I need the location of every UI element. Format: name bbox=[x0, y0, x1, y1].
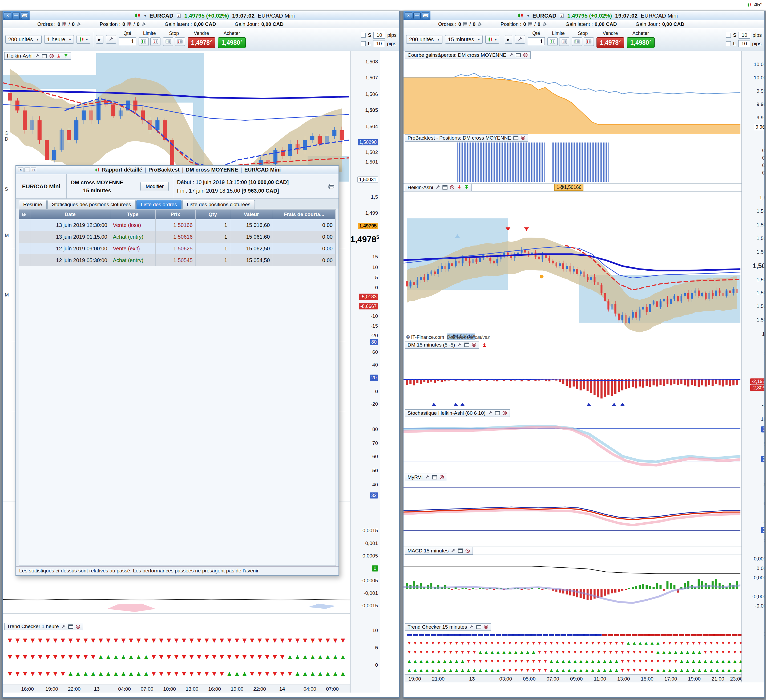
price-axis[interactable]: 1,5081,5071,5061,5051,5041,502901,5021,5… bbox=[350, 51, 380, 692]
close-icon[interactable] bbox=[472, 343, 476, 347]
column-header[interactable]: Date bbox=[30, 210, 110, 219]
limit-buy-button[interactable] bbox=[548, 37, 557, 46]
units-select[interactable]: 200 unités▾ bbox=[406, 35, 442, 44]
minimize-window-button[interactable]: — bbox=[13, 12, 20, 19]
close-window-button[interactable]: × bbox=[4, 12, 11, 19]
close-window-button[interactable]: × bbox=[405, 12, 412, 19]
column-header[interactable]: Valeur bbox=[230, 210, 273, 219]
dialog-close-button[interactable]: × bbox=[18, 167, 24, 172]
orders-list-icon[interactable] bbox=[463, 22, 467, 26]
column-header[interactable]: Qty bbox=[195, 210, 230, 219]
position-list-icon[interactable] bbox=[528, 22, 533, 26]
dialog-maximize-button[interactable]: □ bbox=[31, 167, 36, 172]
close-icon[interactable] bbox=[76, 624, 81, 629]
order-row[interactable]: 13 juin 2019 01:15:00Achat (entry)1,5061… bbox=[19, 231, 336, 243]
window-icon[interactable] bbox=[513, 136, 518, 140]
limit-sell-button[interactable] bbox=[559, 37, 569, 46]
heikin-ashi-chart[interactable] bbox=[404, 191, 741, 341]
close-icon[interactable] bbox=[449, 185, 455, 190]
keyboard-button[interactable] bbox=[422, 12, 429, 19]
stop-pips-input[interactable]: 10 bbox=[374, 32, 385, 39]
sell-button[interactable]: 1,49782 bbox=[188, 37, 215, 48]
timeframe-select[interactable]: 1 heure▾ bbox=[44, 35, 74, 44]
window-icon[interactable] bbox=[442, 185, 448, 190]
wrench-icon[interactable] bbox=[451, 548, 456, 553]
window-icon[interactable] bbox=[458, 548, 463, 553]
wrench-icon[interactable] bbox=[35, 54, 40, 58]
order-row[interactable]: 13 juin 2019 12:30:00Vente (loss)1,50166… bbox=[19, 219, 336, 231]
close-icon[interactable] bbox=[465, 548, 470, 553]
timeframe-select[interactable]: 15 minutes▾ bbox=[445, 35, 483, 44]
position-settings-icon[interactable] bbox=[141, 22, 146, 26]
symbol-label[interactable]: EURCAD bbox=[150, 13, 174, 19]
stop-sell-button[interactable] bbox=[175, 37, 185, 46]
window-icon[interactable] bbox=[495, 411, 500, 415]
wrench-icon[interactable] bbox=[508, 53, 514, 57]
macd-chart[interactable] bbox=[404, 555, 741, 623]
limit-checkbox[interactable] bbox=[726, 41, 731, 46]
price-axis[interactable]: 10 01010 0009 9909 9809 9709 96310,80,60… bbox=[741, 51, 765, 683]
position-settings-icon[interactable] bbox=[542, 22, 547, 26]
keyboard-button[interactable] bbox=[21, 12, 28, 19]
order-row[interactable]: 12 juin 2019 05:30:00Achat (entry)1,5054… bbox=[19, 254, 336, 266]
column-header[interactable]: Frais de courta... bbox=[273, 210, 336, 219]
wrench-button[interactable] bbox=[106, 35, 116, 44]
chart-style-button[interactable]: ▾ bbox=[485, 35, 499, 44]
dialog-tab[interactable]: Résumé bbox=[19, 200, 47, 209]
expand-button[interactable]: ▸ bbox=[96, 35, 103, 44]
stop-pips-input[interactable]: 10 bbox=[739, 32, 750, 39]
limit-checkbox[interactable] bbox=[361, 41, 366, 46]
wrench-icon[interactable] bbox=[469, 625, 474, 629]
close-icon[interactable] bbox=[439, 475, 444, 479]
window-icon[interactable] bbox=[68, 624, 73, 629]
stop-buy-button[interactable] bbox=[572, 37, 582, 46]
units-select[interactable]: 200 unités▾ bbox=[5, 35, 41, 44]
positions-chart[interactable] bbox=[404, 142, 741, 183]
myrvi-chart[interactable] bbox=[404, 481, 741, 547]
wrench-button[interactable] bbox=[515, 35, 525, 44]
orders-list-icon[interactable] bbox=[62, 22, 66, 26]
quantity-input[interactable] bbox=[528, 37, 545, 45]
instrument-dropdown-icon[interactable]: ▾ bbox=[527, 13, 529, 18]
sell-button[interactable]: 1,49782 bbox=[597, 37, 624, 48]
window-icon[interactable] bbox=[464, 343, 469, 347]
stochastic-chart[interactable] bbox=[404, 417, 741, 473]
window-icon[interactable] bbox=[432, 475, 437, 479]
limit-pips-input[interactable]: 10 bbox=[373, 40, 385, 47]
position-list-icon[interactable] bbox=[127, 22, 132, 26]
column-header[interactable]: Prix bbox=[155, 210, 195, 219]
expand-button[interactable]: ▸ bbox=[505, 35, 512, 44]
dialog-tab[interactable]: Statistiques des positions clôturées bbox=[47, 200, 136, 209]
limit-buy-button[interactable] bbox=[139, 37, 149, 46]
wrench-icon[interactable] bbox=[488, 411, 493, 415]
instrument-dropdown-icon[interactable]: ▾ bbox=[144, 13, 146, 18]
limit-sell-button[interactable] bbox=[150, 37, 160, 46]
dialog-minimize-button[interactable]: — bbox=[25, 167, 30, 172]
dialog-tab[interactable]: Liste des ordres bbox=[136, 200, 182, 209]
orders-settings-icon[interactable] bbox=[477, 22, 482, 26]
window-icon[interactable] bbox=[476, 625, 481, 629]
window-icon[interactable] bbox=[516, 53, 521, 57]
limit-pips-input[interactable]: 10 bbox=[738, 40, 750, 47]
print-icon[interactable] bbox=[328, 184, 335, 189]
orders-settings-icon[interactable] bbox=[76, 22, 81, 26]
buy-button[interactable]: 1,49807 bbox=[218, 37, 246, 48]
up-arrow-icon[interactable] bbox=[63, 54, 68, 58]
wrench-icon[interactable] bbox=[61, 624, 66, 629]
symbol-label[interactable]: EURCAD bbox=[533, 13, 557, 19]
minimize-window-button[interactable]: — bbox=[413, 12, 421, 19]
stop-loss-checkbox[interactable] bbox=[361, 33, 366, 38]
up-arrow-icon[interactable] bbox=[464, 185, 469, 190]
column-header[interactable] bbox=[19, 210, 30, 219]
info-icon[interactable]: i bbox=[176, 14, 181, 17]
order-row[interactable]: 12 juin 2019 09:00:00Vente (exit)1,50625… bbox=[19, 243, 336, 254]
window-icon[interactable] bbox=[42, 54, 47, 58]
stop-buy-button[interactable] bbox=[163, 37, 173, 46]
down-arrow-icon[interactable] bbox=[457, 185, 462, 190]
chart-style-button[interactable]: ▾ bbox=[76, 35, 90, 44]
dm-indicator-chart[interactable] bbox=[404, 349, 741, 409]
modify-button[interactable]: Modifier bbox=[141, 182, 169, 191]
wrench-icon[interactable] bbox=[435, 185, 440, 190]
buy-button[interactable]: 1,49807 bbox=[627, 37, 655, 48]
close-icon[interactable] bbox=[483, 625, 489, 629]
